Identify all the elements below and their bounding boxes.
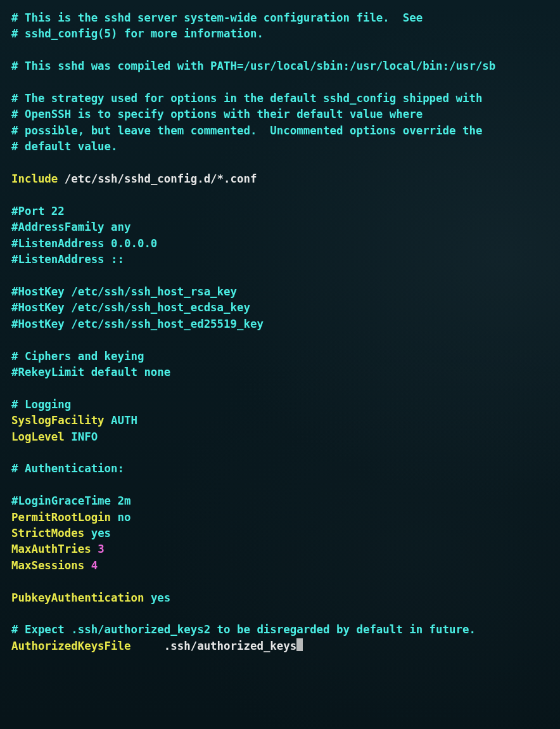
comment-line: # Ciphers and keying [11,350,144,363]
comment-line: # possible, but leave them commented. Un… [11,124,482,137]
comment-line: # sshd_config(5) for more information. [11,27,264,40]
comment-line: #LoginGraceTime 2m [11,494,130,507]
directive-syslogfacility: SyslogFacility [11,414,105,427]
comment-line: # Logging [11,398,71,411]
value-loglevel: INFO [71,430,98,443]
directive-strictmodes: StrictModes [11,527,84,539]
directive-pubkeyauthentication: PubkeyAuthentication [11,591,144,604]
directive-include: Include [11,172,58,185]
comment-line: #HostKey /etc/ssh/ssh_host_ed25519_key [11,318,264,330]
comment-line: # Expect .ssh/authorized_keys2 to be dis… [11,623,476,636]
value-syslogfacility: AUTH [111,414,137,427]
value-strictmodes: yes [91,527,111,539]
value-permitrootlogin: no [118,511,131,524]
comment-line: #AddressFamily any [11,221,130,233]
directive-maxsessions: MaxSessions [11,559,84,572]
value-pubkeyauthentication: yes [151,591,170,604]
comment-line: #HostKey /etc/ssh/ssh_host_ecdsa_key [11,301,250,314]
comment-line: # The strategy used for options in the d… [11,92,482,105]
terminal-editor-view[interactable]: # This is the sshd server system-wide co… [0,0,560,654]
cursor-icon [296,638,303,651]
directive-permitrootlogin: PermitRootLogin [11,511,111,524]
comment-line: # This is the sshd server system-wide co… [11,11,423,24]
comment-line: #RekeyLimit default none [11,366,170,378]
comment-line: # OpenSSH is to specify options with the… [11,108,423,120]
comment-line: # default value. [11,140,118,153]
comment-line: #ListenAddress 0.0.0.0 [11,237,157,250]
value-maxauthtries: 3 [98,543,104,555]
value-maxsessions: 4 [91,559,98,572]
comment-line: #Port 22 [11,205,65,217]
comment-line: # This sshd was compiled with PATH=/usr/… [11,60,495,72]
include-path: /etc/ssh/sshd_config.d/*.conf [65,172,257,185]
value-authorizedkeysfile: .ssh/authorized_keys [164,640,296,652]
comment-line: #HostKey /etc/ssh/ssh_host_rsa_key [11,285,237,298]
comment-line: #ListenAddress :: [11,253,124,266]
comment-line: # Authentication: [11,462,124,475]
directive-loglevel: LogLevel [11,430,65,443]
directive-maxauthtries: MaxAuthTries [11,543,91,555]
directive-authorizedkeysfile: AuthorizedKeysFile [11,640,130,652]
